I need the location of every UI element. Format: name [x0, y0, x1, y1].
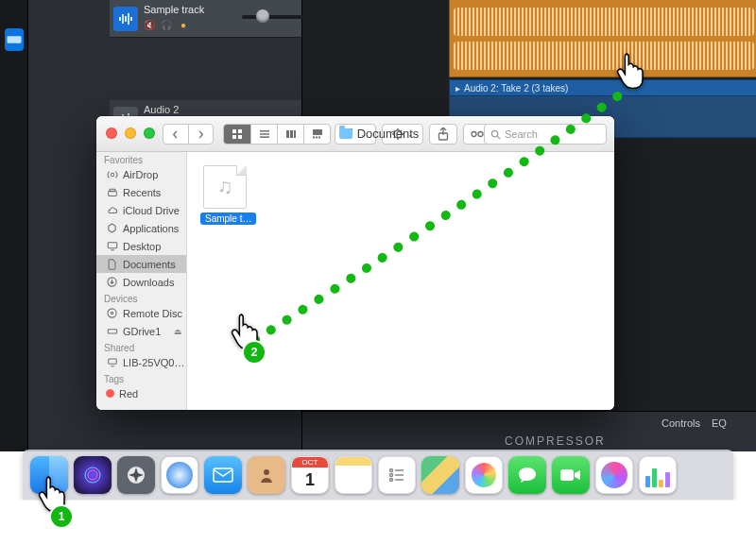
action-menu-button[interactable]: ⌄ [382, 124, 423, 144]
sidebar-item-shared[interactable]: LIB-25VQ0… [96, 353, 186, 371]
svg-rect-20 [294, 130, 296, 138]
svg-rect-23 [316, 137, 318, 139]
minimize-window-button[interactable] [125, 128, 136, 139]
svg-rect-15 [260, 130, 269, 132]
zoom-window-button[interactable] [144, 128, 155, 139]
svg-rect-25 [344, 128, 348, 132]
file-item[interactable]: ♫ Sample t… [200, 165, 249, 229]
finder-titlebar[interactable]: ⌄ ⌄ Documents Search [96, 116, 614, 152]
share-button[interactable] [429, 124, 457, 144]
svg-rect-46 [214, 468, 232, 482]
sidebar-item-applications[interactable]: Applications [96, 219, 186, 237]
eq-tab[interactable]: EQ [712, 417, 727, 431]
headphone-icon[interactable]: 🎧 [161, 19, 172, 30]
recents-icon [106, 186, 118, 198]
svg-point-34 [111, 173, 113, 176]
svg-rect-26 [349, 128, 352, 132]
waveform-channel [454, 8, 754, 36]
svg-point-32 [478, 132, 483, 137]
sidebar-item-recents[interactable]: Recents [96, 183, 186, 201]
finder-content-area[interactable]: ♫ Sample t… [187, 152, 614, 410]
music-file-icon: ♫ [203, 165, 247, 209]
sidebar-item-icloud[interactable]: iCloud Drive [96, 201, 186, 219]
back-button[interactable] [163, 125, 188, 144]
svg-rect-4 [128, 13, 129, 25]
search-icon [490, 129, 501, 140]
dock-icon-facetime[interactable] [552, 456, 590, 494]
forward-button[interactable] [188, 125, 214, 144]
sidebar-group-label: Tags [96, 371, 186, 384]
sidebar-item-remotedisc[interactable]: Remote Disc [96, 304, 186, 322]
arrange-menu-button[interactable]: ⌄ [335, 124, 376, 144]
svg-rect-17 [260, 136, 269, 138]
svg-rect-22 [313, 137, 315, 139]
tag-color-icon [106, 389, 114, 398]
svg-point-39 [108, 309, 116, 317]
search-placeholder: Search [505, 128, 538, 140]
dock-icon-safari[interactable] [161, 456, 198, 494]
record-enable-icon[interactable]: ● [178, 19, 189, 30]
take-folder-label: Audio 2: Take 2 (3 takes) [464, 83, 568, 94]
desktop-icon [106, 240, 118, 252]
dock-icon-reminders[interactable] [378, 456, 416, 494]
audio-region-waveform[interactable] [449, 0, 756, 77]
dock-icon-photos[interactable] [465, 456, 503, 494]
svg-point-33 [491, 130, 497, 136]
close-window-button[interactable] [106, 128, 117, 139]
column-view-button[interactable] [277, 125, 303, 144]
dock-icon-numbers[interactable] [639, 456, 677, 494]
disclosure-triangle-icon[interactable]: ▸ [455, 83, 460, 94]
controls-tab[interactable]: Controls [662, 417, 700, 431]
finder-sidebar: Favorites AirDrop Recents iCloud Drive A… [96, 152, 187, 410]
svg-rect-24 [318, 137, 320, 139]
dock-icon-itunes[interactable] [595, 456, 633, 494]
take-folder-header[interactable]: ▸ Audio 2: Take 2 (3 takes) [449, 79, 756, 96]
sidebar-item-tag[interactable]: Red [96, 384, 186, 402]
gallery-view-button[interactable] [303, 125, 330, 144]
svg-rect-3 [125, 16, 127, 22]
svg-point-29 [394, 130, 402, 138]
svg-point-48 [390, 469, 393, 472]
svg-rect-51 [560, 469, 574, 481]
step-badge: 1 [51, 506, 72, 527]
dock-icon-contacts[interactable] [248, 456, 285, 494]
documents-icon [106, 258, 118, 270]
view-mode-segmented [223, 124, 331, 144]
page-background [0, 501, 756, 544]
icon-view-button[interactable] [224, 125, 250, 144]
svg-rect-2 [122, 14, 124, 24]
svg-point-43 [85, 468, 100, 483]
svg-rect-28 [349, 133, 352, 137]
volume-slider-thumb[interactable] [256, 9, 269, 23]
dock-icon-launchpad[interactable] [117, 456, 155, 494]
dock-icon-calendar[interactable]: OCT1 [291, 456, 329, 494]
track-row[interactable]: Sample track 🔇 🎧 ● [110, 0, 301, 38]
sidebar-group-label: Favorites [96, 152, 186, 165]
panel-tool-icon[interactable] [5, 28, 24, 51]
drive-icon [106, 325, 118, 337]
sidebar-item-downloads[interactable]: Downloads [96, 273, 186, 291]
dock-icon-maps[interactable] [421, 456, 459, 494]
airdrop-icon [106, 168, 118, 180]
dock-icon-mail[interactable] [204, 456, 242, 494]
search-field[interactable]: Search [484, 124, 607, 144]
list-view-button[interactable] [250, 125, 277, 144]
compressor-label: COMPRESSOR [505, 434, 606, 448]
sidebar-item-documents[interactable]: Documents [96, 255, 186, 273]
applications-icon [106, 222, 118, 234]
dock-icon-messages[interactable] [508, 456, 546, 494]
svg-point-40 [111, 312, 112, 314]
dock: OCT1 [23, 450, 733, 501]
sidebar-item-gdrive[interactable]: GDrive1⏏ [96, 322, 186, 340]
dock-icon-siri[interactable] [74, 456, 112, 494]
eject-icon[interactable]: ⏏ [174, 327, 182, 336]
sidebar-item-airdrop[interactable]: AirDrop [96, 165, 186, 183]
sidebar-group-label: Shared [96, 340, 186, 353]
dock-icon-notes[interactable] [335, 456, 372, 494]
svg-rect-21 [313, 129, 322, 135]
mute-icon[interactable]: 🔇 [144, 19, 155, 30]
svg-rect-13 [232, 135, 236, 139]
sidebar-item-desktop[interactable]: Desktop [96, 237, 186, 255]
finder-window[interactable]: ⌄ ⌄ Documents Search Favorites AirDrop [96, 116, 614, 410]
dock-icon-finder[interactable] [30, 456, 68, 494]
